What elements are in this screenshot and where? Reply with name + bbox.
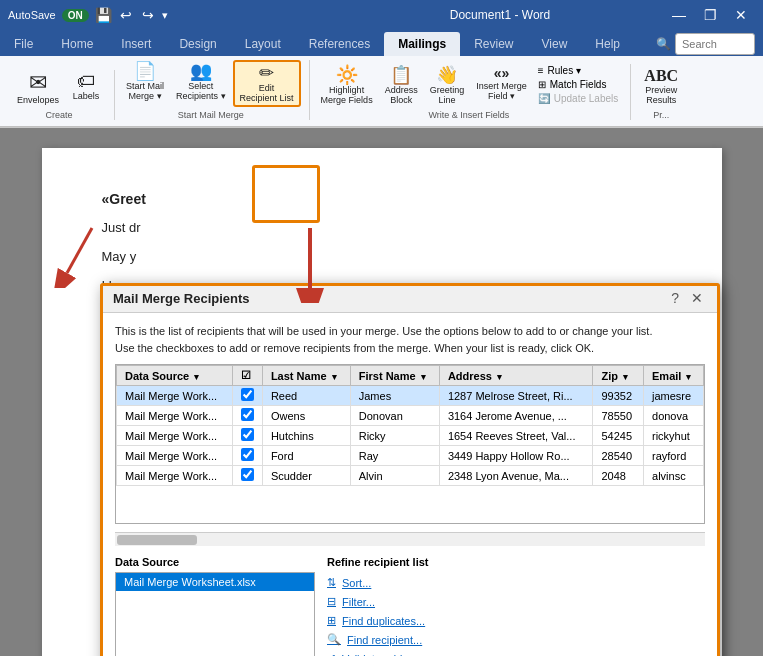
tab-file[interactable]: File <box>0 32 47 56</box>
col-data-source[interactable]: Data Source ▾ <box>117 366 233 386</box>
redo-btn[interactable]: ↪ <box>142 7 154 23</box>
greeting-line-button[interactable]: 👋 GreetingLine <box>425 64 470 107</box>
validate-addresses-link[interactable]: ✔ Validate addresses... <box>327 652 705 656</box>
cell-data-source: Mail Merge Work... <box>117 426 233 446</box>
update-labels-button[interactable]: 🔄 Update Labels <box>534 92 623 105</box>
dialog-title-buttons: ? ✕ <box>667 290 707 306</box>
tab-help[interactable]: Help <box>581 32 634 56</box>
col-zip[interactable]: Zip ▾ <box>593 366 644 386</box>
autosave-label: AutoSave <box>8 9 56 21</box>
tab-insert[interactable]: Insert <box>107 32 165 56</box>
data-source-list[interactable]: Mail Merge Worksheet.xlsx <box>115 572 315 656</box>
insert-merge-field-button[interactable]: «» Insert MergeField ▾ <box>471 64 532 107</box>
highlight-merge-fields-label: HighlightMerge Fields <box>321 85 373 105</box>
ribbon-content: ✉ Envelopes 🏷 Labels Create 📄 Start Mail… <box>0 56 763 127</box>
cell-zip: 54245 <box>593 426 644 446</box>
ribbon-group-preview: ABC PreviewResults Pr... <box>633 66 693 120</box>
sort-label: Sort... <box>342 577 371 589</box>
cell-checkbox[interactable] <box>232 466 262 486</box>
minimize-btn[interactable]: — <box>664 7 694 23</box>
dialog-close-btn[interactable]: ✕ <box>687 290 707 306</box>
cell-checkbox[interactable] <box>232 386 262 406</box>
search-input[interactable] <box>675 33 755 55</box>
label-icon: 🏷 <box>77 72 95 90</box>
labels-label: Labels <box>73 91 100 101</box>
tab-review[interactable]: Review <box>460 32 527 56</box>
table-row[interactable]: Mail Merge Work... Hutchins Ricky 1654 R… <box>117 426 704 446</box>
data-source-item[interactable]: Mail Merge Worksheet.xlsx <box>116 573 314 591</box>
undo-btn[interactable]: ↩ <box>120 7 132 23</box>
save-icon[interactable]: 💾 <box>95 7 112 23</box>
preview-results-button[interactable]: ABC PreviewResults <box>639 66 683 107</box>
find-duplicates-icon: ⊞ <box>327 614 336 627</box>
cell-last-name: Scudder <box>262 466 350 486</box>
dialog-bottom: Data Source Mail Merge Worksheet.xlsx Ed… <box>101 556 719 656</box>
cell-first-name: James <box>350 386 439 406</box>
table-row[interactable]: Mail Merge Work... Owens Donovan 3164 Je… <box>117 406 704 426</box>
filter-link[interactable]: ⊟ Filter... <box>327 595 705 608</box>
table-row[interactable]: Mail Merge Work... Scudder Alvin 2348 Ly… <box>117 466 704 486</box>
table-scrollbar[interactable] <box>115 532 705 546</box>
find-recipient-icon: 🔍 <box>327 633 341 646</box>
cell-zip: 2048 <box>593 466 644 486</box>
labels-button[interactable]: 🏷 Labels <box>66 70 106 107</box>
rules-button[interactable]: ≡ Rules ▾ <box>534 64 623 77</box>
tab-design[interactable]: Design <box>165 32 230 56</box>
cell-checkbox[interactable] <box>232 426 262 446</box>
tab-mailings[interactable]: Mailings <box>384 32 460 56</box>
envelopes-button[interactable]: ✉ Envelopes <box>12 70 64 107</box>
start-mail-merge-button[interactable]: 📄 Start MailMerge ▾ <box>121 60 169 107</box>
col-last-name[interactable]: Last Name ▾ <box>262 366 350 386</box>
address-block-button[interactable]: 📋 AddressBlock <box>380 64 423 107</box>
cell-last-name: Owens <box>262 406 350 426</box>
scrollbar-thumb <box>117 535 197 545</box>
cell-email: rickyhut <box>644 426 704 446</box>
col-checkbox: ☑ <box>232 366 262 386</box>
cell-address: 1654 Reeves Street, Val... <box>439 426 593 446</box>
customize-btn[interactable]: ▾ <box>162 9 168 22</box>
table-row[interactable]: Mail Merge Work... Reed James 1287 Melro… <box>117 386 704 406</box>
validate-icon: ✔ <box>327 652 336 656</box>
greeting-line-icon: 👋 <box>436 66 458 84</box>
preview-icon: ABC <box>644 68 678 84</box>
cell-checkbox[interactable] <box>232 406 262 426</box>
edit-recipient-list-button[interactable]: ✏ EditRecipient List <box>233 60 301 107</box>
dialog-title-bar: Mail Merge Recipients ? ✕ <box>101 284 719 313</box>
find-recipient-link[interactable]: 🔍 Find recipient... <box>327 633 705 646</box>
refine-label: Refine recipient list <box>327 556 705 568</box>
cell-first-name: Ricky <box>350 426 439 446</box>
select-recipients-label: SelectRecipients ▾ <box>176 81 226 101</box>
table-header-row: Data Source ▾ ☑ Last Name ▾ First Name ▾… <box>117 366 704 386</box>
restore-btn[interactable]: ❐ <box>696 7 725 23</box>
autosave-toggle[interactable]: ON <box>62 9 89 22</box>
cell-address: 2348 Lyon Avenue, Ma... <box>439 466 593 486</box>
cell-last-name: Hutchins <box>262 426 350 446</box>
tab-home[interactable]: Home <box>47 32 107 56</box>
create-buttons: ✉ Envelopes 🏷 Labels <box>12 70 106 107</box>
match-fields-button[interactable]: ⊞ Match Fields <box>534 78 623 91</box>
cell-data-source: Mail Merge Work... <box>117 446 233 466</box>
dialog-overlay: Mail Merge Recipients ? ✕ This is the li… <box>0 128 763 656</box>
col-address[interactable]: Address ▾ <box>439 366 593 386</box>
recipients-table-wrapper[interactable]: Data Source ▾ ☑ Last Name ▾ First Name ▾… <box>115 364 705 524</box>
cell-checkbox[interactable] <box>232 446 262 466</box>
col-email[interactable]: Email ▾ <box>644 366 704 386</box>
close-btn[interactable]: ✕ <box>727 7 755 23</box>
col-first-name[interactable]: First Name ▾ <box>350 366 439 386</box>
select-recipients-button[interactable]: 👥 SelectRecipients ▾ <box>171 60 231 107</box>
cell-address: 3449 Happy Hollow Ro... <box>439 446 593 466</box>
table-row[interactable]: Mail Merge Work... Ford Ray 3449 Happy H… <box>117 446 704 466</box>
dialog-help-btn[interactable]: ? <box>667 290 683 306</box>
find-duplicates-link[interactable]: ⊞ Find duplicates... <box>327 614 705 627</box>
tab-layout[interactable]: Layout <box>231 32 295 56</box>
highlight-icon: 🔆 <box>336 66 358 84</box>
create-group-label: Create <box>46 110 73 120</box>
write-insert-area: 🔆 HighlightMerge Fields 📋 AddressBlock 👋… <box>316 64 623 107</box>
document-area: «Greet Just dr May y I hope Love, Miles … <box>0 128 763 656</box>
highlight-merge-fields-button[interactable]: 🔆 HighlightMerge Fields <box>316 64 378 107</box>
cell-email: donova <box>644 406 704 426</box>
tab-view[interactable]: View <box>528 32 582 56</box>
recipients-table-body: Mail Merge Work... Reed James 1287 Melro… <box>117 386 704 486</box>
sort-link[interactable]: ⇅ Sort... <box>327 576 705 589</box>
tab-references[interactable]: References <box>295 32 384 56</box>
